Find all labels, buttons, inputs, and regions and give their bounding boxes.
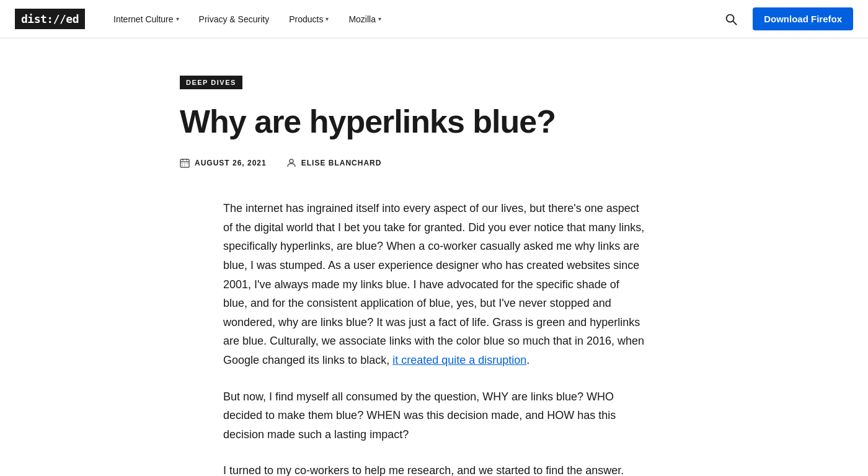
chevron-down-icon: ▾ bbox=[176, 15, 179, 22]
search-icon bbox=[724, 12, 738, 26]
chevron-down-icon: ▾ bbox=[378, 15, 381, 22]
nav-item-privacy-security[interactable]: Privacy & Security bbox=[190, 9, 278, 29]
calendar-icon bbox=[180, 158, 190, 168]
paragraph-1-trailing: . bbox=[526, 354, 529, 366]
article-paragraph-3: I turned to my co-workers to help me res… bbox=[223, 461, 645, 476]
svg-point-11 bbox=[290, 159, 293, 163]
nav-label-mozilla: Mozilla bbox=[348, 14, 376, 24]
article-paragraph-1: The internet has ingrained itself into e… bbox=[223, 199, 645, 369]
svg-point-0 bbox=[727, 14, 734, 22]
svg-line-1 bbox=[733, 21, 737, 25]
article-title: Why are hyperlinks blue? bbox=[180, 104, 688, 139]
site-logo[interactable]: dist://ed bbox=[15, 9, 85, 29]
disruption-link[interactable]: it created quite a disruption bbox=[392, 354, 526, 366]
nav-label-privacy-security: Privacy & Security bbox=[199, 14, 270, 24]
article-body: The internet has ingrained itself into e… bbox=[223, 199, 645, 476]
site-header: dist://ed Internet Culture ▾ Privacy & S… bbox=[0, 0, 868, 38]
header-actions: Download Firefox bbox=[719, 7, 853, 31]
logo-text: dist://ed bbox=[15, 9, 85, 29]
nav-item-internet-culture[interactable]: Internet Culture ▾ bbox=[105, 9, 188, 29]
date-text: AUGUST 26, 2021 bbox=[195, 159, 267, 167]
nav-label-internet-culture: Internet Culture bbox=[113, 14, 174, 24]
person-icon bbox=[286, 158, 296, 168]
nav-item-mozilla[interactable]: Mozilla ▾ bbox=[340, 9, 390, 29]
nav-item-products[interactable]: Products ▾ bbox=[280, 9, 337, 29]
chevron-down-icon: ▾ bbox=[326, 15, 329, 22]
main-nav: Internet Culture ▾ Privacy & Security Pr… bbox=[105, 9, 719, 29]
article-main: DEEP DIVES Why are hyperlinks blue? AUGU… bbox=[155, 38, 713, 476]
article-meta: AUGUST 26, 2021 ELISE BLANCHARD bbox=[180, 158, 688, 168]
author-text: ELISE BLANCHARD bbox=[301, 159, 382, 167]
search-button[interactable] bbox=[719, 7, 743, 31]
article-author: ELISE BLANCHARD bbox=[286, 158, 382, 168]
category-badge: DEEP DIVES bbox=[180, 76, 242, 89]
article-paragraph-2: But now, I find myself all consumed by t… bbox=[223, 387, 645, 444]
download-firefox-button[interactable]: Download Firefox bbox=[753, 7, 853, 30]
nav-label-products: Products bbox=[289, 14, 323, 24]
article-date: AUGUST 26, 2021 bbox=[180, 158, 267, 168]
